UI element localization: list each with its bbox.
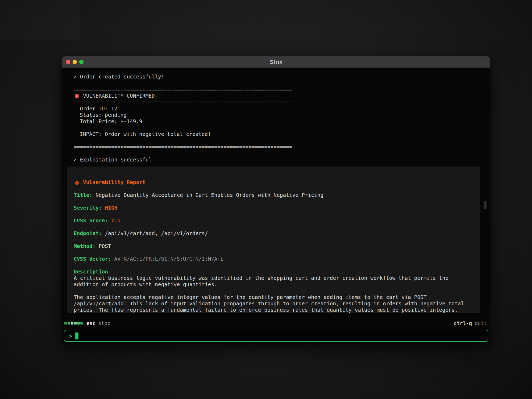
report-heading: Vulnerability Report <box>74 179 474 186</box>
description-paragraph: A critical business logic vulnerability … <box>74 275 474 288</box>
vulnerability-confirmed-banner: VULNERABILITY CONFIRMED <box>74 93 490 99</box>
field-label: Title: <box>74 192 92 198</box>
quit-action-label: quit <box>475 320 487 326</box>
report-field-cvss-score: CVSS Score:7.1 <box>74 218 474 224</box>
order-id-line: Order ID: 12 <box>80 106 490 112</box>
spinner-block <box>64 322 67 325</box>
strix-terminal-window: Strix ✓ Order created successfully! ====… <box>62 56 490 343</box>
command-input[interactable]: > <box>64 330 488 342</box>
field-value: POST <box>99 243 111 249</box>
spinner-block <box>80 322 83 325</box>
scrollbar-thumb[interactable] <box>484 201 487 209</box>
impact-line: IMPACT: Order with negative total create… <box>80 131 490 138</box>
report-field-cvss-vector: CVSS Vector:AV:N/AC:L/PR:L/UI:N/S:U/C:N/… <box>74 256 474 262</box>
banner-title: VULNERABILITY CONFIRMED <box>83 93 155 99</box>
report-field-severity: Severity:HIGH <box>74 205 474 211</box>
report-heading-text: Vulnerability Report <box>83 179 146 186</box>
report-field-title: Title:Negative Quantity Acceptance in Ca… <box>74 192 474 198</box>
spinner-block <box>71 322 73 325</box>
field-label: CVSS Vector: <box>74 256 111 262</box>
spinner-block <box>68 322 70 325</box>
ctrl-q-key-hint: ctrl-q <box>454 320 472 326</box>
separator-line: ========================================… <box>74 144 490 150</box>
field-label: CVSS Score: <box>74 218 108 224</box>
order-success-line: ✓ Order created successfully! <box>74 74 490 80</box>
window-title: Strix <box>62 59 490 65</box>
field-value: Negative Quantity Acceptance in Cart Ena… <box>95 192 323 198</box>
description-heading: Description <box>74 269 474 275</box>
status-left: esc stop <box>64 320 110 326</box>
field-value: HIGH <box>105 205 117 211</box>
field-label: Method: <box>74 243 95 249</box>
field-label: Endpoint: <box>74 230 102 236</box>
status-bar: esc stop ctrl-q quit <box>64 320 487 327</box>
prompt-chevron: > <box>69 333 72 339</box>
spinner-block <box>74 322 77 325</box>
order-status-line: Status: pending <box>80 112 490 118</box>
order-total-line: Total Price: $-149.9 <box>80 118 490 125</box>
exploitation-success-line: ✓ Exploitation successful <box>74 157 490 163</box>
activity-spinner <box>64 322 83 325</box>
separator-line: ========================================… <box>74 99 490 106</box>
window-titlebar[interactable]: Strix <box>62 56 490 68</box>
siren-light-icon <box>74 93 80 99</box>
report-field-method: Method:POST <box>74 243 474 250</box>
separator-line: ========================================… <box>74 86 490 93</box>
esc-key-hint: esc <box>86 320 95 326</box>
background-noise <box>0 0 80 40</box>
spinner-block <box>77 322 80 325</box>
vulnerability-report-panel: Vulnerability Report Title:Negative Quan… <box>67 167 480 313</box>
terminal-output: ✓ Order created successfully! ==========… <box>62 68 490 315</box>
desktop: { "window": { "title": "Strix" }, "title… <box>0 0 532 399</box>
status-right: ctrl-q quit <box>454 320 487 326</box>
bug-icon <box>74 180 80 185</box>
report-field-endpoint: Endpoint:/api/v1/cart/add, /api/v1/order… <box>74 230 474 237</box>
field-value: AV:N/AC:L/PR:L/UI:N/S:U/C:N/I:H/A:L <box>114 256 224 262</box>
stop-action-label: stop <box>98 320 110 326</box>
field-value: /api/v1/cart/add, /api/v1/orders/ <box>105 230 208 236</box>
field-label: Severity: <box>74 205 102 211</box>
field-value: 7.1 <box>111 218 120 224</box>
description-paragraph: The application accepts negative integer… <box>74 294 474 313</box>
text-cursor <box>75 332 78 339</box>
